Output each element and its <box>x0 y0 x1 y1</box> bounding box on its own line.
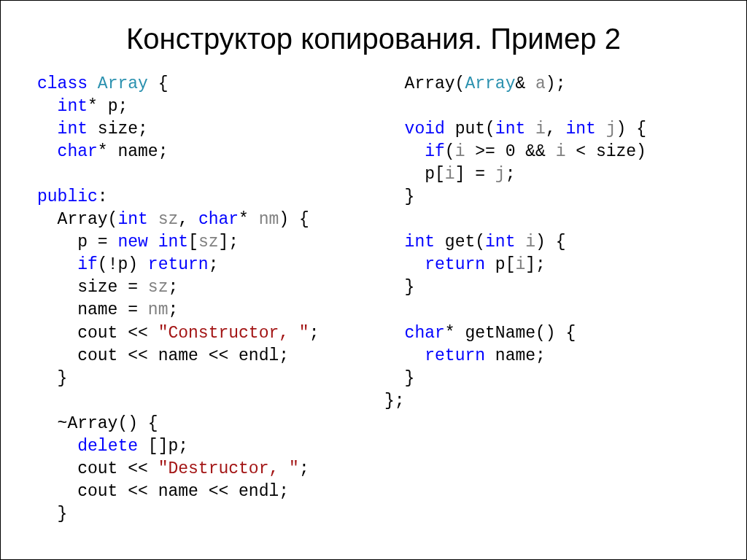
code: } <box>37 369 67 388</box>
code: []p; <box>138 437 188 456</box>
kw-if: if <box>77 255 98 274</box>
code: ]; <box>219 233 239 252</box>
code: ; <box>506 165 516 184</box>
code: ; <box>299 459 309 478</box>
ty-array-1: Array <box>98 74 148 93</box>
code <box>384 346 425 365</box>
code: Array( <box>37 210 117 229</box>
code: size = <box>37 278 148 297</box>
code: * p; <box>88 97 128 116</box>
code: p[ <box>485 255 515 274</box>
code: p[ <box>384 165 445 184</box>
code: [ <box>188 233 198 252</box>
id-a: a <box>535 74 546 93</box>
code: name = <box>37 300 148 319</box>
code: ) { <box>616 120 646 139</box>
kw-delete: delete <box>77 437 138 456</box>
code: } <box>384 187 414 206</box>
sym: { <box>158 74 169 93</box>
id-j: j <box>606 120 616 139</box>
kw-return: return <box>425 255 485 274</box>
kw-char: char <box>58 142 98 161</box>
code: & <box>515 74 535 93</box>
code: : <box>98 187 108 206</box>
code <box>148 233 158 252</box>
code: cout << name << endl; <box>37 346 289 365</box>
code: ; <box>309 324 320 343</box>
code: cout << <box>37 459 158 478</box>
code: Array( <box>384 74 465 93</box>
code-column-left: class Array { int* p; int size; char* na… <box>37 73 363 526</box>
id-sz: sz <box>148 278 169 297</box>
code <box>596 120 606 139</box>
id-sz: sz <box>158 210 179 229</box>
kw-char: char <box>198 210 239 229</box>
id-nm: nm <box>259 210 279 229</box>
code: } <box>384 278 414 297</box>
code: * name; <box>98 142 169 161</box>
code: ( <box>445 142 455 161</box>
code: * getName() { <box>445 324 576 343</box>
code: cout << <box>37 324 158 343</box>
kw-int: int <box>58 120 88 139</box>
kw-int: int <box>495 120 525 139</box>
code: ; <box>209 255 219 274</box>
code: } <box>384 369 414 388</box>
kw-return: return <box>148 255 209 274</box>
code: ; <box>168 278 178 297</box>
str-dtor: "Destructor, " <box>158 459 299 478</box>
code: * <box>239 210 259 229</box>
code: ); <box>546 74 566 93</box>
code: < size) <box>566 142 646 161</box>
kw-void: void <box>405 120 445 139</box>
code: >= 0 && <box>465 142 555 161</box>
id-i: i <box>525 233 535 252</box>
id-j: j <box>495 165 506 184</box>
code: ) { <box>535 233 565 252</box>
id-sz: sz <box>198 233 219 252</box>
slide-title: Конструктор копирования. Пример 2 <box>37 23 710 55</box>
code: name; <box>485 346 546 365</box>
code: ] = <box>455 165 495 184</box>
id-i: i <box>535 120 546 139</box>
code <box>384 233 405 252</box>
kw-int: int <box>405 233 435 252</box>
kw-public: public <box>37 187 98 206</box>
code: put( <box>445 120 495 139</box>
kw-int: int <box>485 233 515 252</box>
code-columns: class Array { int* p; int size; char* na… <box>37 73 710 526</box>
code: } <box>37 505 67 524</box>
code: }; <box>384 392 405 411</box>
code: ; <box>168 300 178 319</box>
kw-class: class <box>37 74 88 93</box>
id-i: i <box>556 142 566 161</box>
code: get( <box>435 233 485 252</box>
id-i: i <box>445 165 455 184</box>
ty-array-2: Array <box>465 74 515 93</box>
code: (!p) <box>98 255 148 274</box>
code <box>37 437 77 456</box>
code <box>384 120 405 139</box>
code: p = <box>37 233 117 252</box>
kw-int: int <box>58 97 88 116</box>
code: , <box>178 210 198 229</box>
code <box>148 210 158 229</box>
code: ~Array() { <box>37 414 158 433</box>
kw-int: int <box>117 210 147 229</box>
code: ]; <box>525 255 546 274</box>
code: cout << name << endl; <box>37 482 289 501</box>
code <box>384 142 425 161</box>
code: , <box>546 120 566 139</box>
id-nm: nm <box>148 300 169 319</box>
kw-char: char <box>405 324 445 343</box>
kw-if: if <box>425 142 445 161</box>
code <box>515 233 525 252</box>
kw-return: return <box>425 346 485 365</box>
kw-int: int <box>158 233 188 252</box>
code <box>37 255 77 274</box>
slide: Конструктор копирования. Пример 2 class … <box>0 0 747 560</box>
code: ) { <box>279 210 309 229</box>
kw-int: int <box>566 120 596 139</box>
id-i: i <box>455 142 465 161</box>
kw-new: new <box>117 233 147 252</box>
